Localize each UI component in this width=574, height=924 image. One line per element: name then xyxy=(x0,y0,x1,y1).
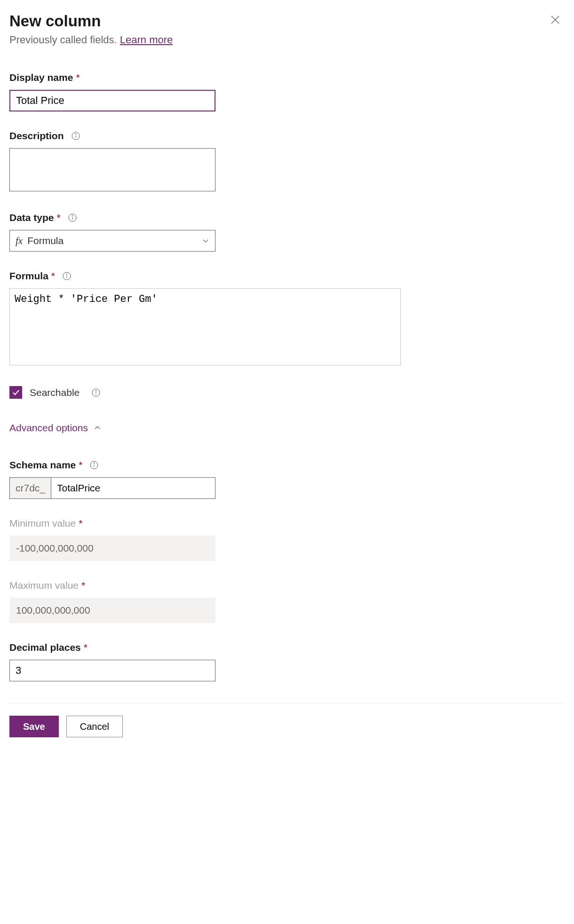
page-title: New column xyxy=(9,12,101,30)
data-type-value: Formula xyxy=(27,235,64,246)
maximum-value-input xyxy=(9,598,215,623)
required-indicator: * xyxy=(79,518,82,529)
display-name-label: Display name * xyxy=(9,72,565,83)
schema-name-input[interactable] xyxy=(51,478,215,498)
minimum-value-label: Minimum value * xyxy=(9,518,565,529)
close-icon xyxy=(550,15,560,24)
svg-point-1 xyxy=(75,134,76,134)
description-label: Description xyxy=(9,130,565,142)
advanced-options-toggle[interactable]: Advanced options xyxy=(9,422,565,434)
required-indicator: * xyxy=(81,580,85,591)
subtitle-text: Previously called fields. xyxy=(9,34,120,46)
save-button[interactable]: Save xyxy=(9,716,59,737)
required-indicator: * xyxy=(79,459,82,471)
svg-point-3 xyxy=(72,215,73,216)
formula-label: Formula * xyxy=(9,270,565,282)
searchable-checkbox[interactable] xyxy=(9,386,22,399)
learn-more-link[interactable]: Learn more xyxy=(120,34,173,46)
svg-point-9 xyxy=(94,463,95,464)
info-icon[interactable] xyxy=(90,461,98,469)
svg-point-7 xyxy=(96,390,96,391)
close-button[interactable] xyxy=(546,12,565,28)
searchable-label: Searchable xyxy=(30,387,80,398)
decimal-places-input[interactable] xyxy=(9,660,215,681)
required-indicator: * xyxy=(84,642,88,653)
svg-point-5 xyxy=(66,274,67,275)
subtitle: Previously called fields. Learn more xyxy=(9,34,565,46)
decimal-places-label: Decimal places * xyxy=(9,642,565,653)
minimum-value-input xyxy=(9,536,215,561)
info-icon[interactable] xyxy=(68,213,77,222)
chevron-up-icon xyxy=(94,424,101,432)
cancel-button[interactable]: Cancel xyxy=(66,716,123,737)
schema-prefix: cr7dc_ xyxy=(10,478,51,498)
formula-editor[interactable]: Weight * 'Price Per Gm' xyxy=(9,288,401,365)
required-indicator: * xyxy=(57,212,61,223)
schema-name-label: Schema name * xyxy=(9,459,565,471)
data-type-select[interactable]: fx Formula xyxy=(9,230,215,252)
maximum-value-label: Maximum value * xyxy=(9,580,565,591)
required-indicator: * xyxy=(76,72,80,83)
display-name-input[interactable] xyxy=(9,90,215,111)
data-type-label: Data type * xyxy=(9,212,565,223)
fx-icon: fx xyxy=(16,235,23,247)
required-indicator: * xyxy=(51,270,55,282)
chevron-down-icon xyxy=(202,237,209,245)
info-icon[interactable] xyxy=(63,272,71,280)
info-icon[interactable] xyxy=(92,388,100,397)
info-icon[interactable] xyxy=(72,132,80,140)
description-input[interactable] xyxy=(9,148,215,191)
